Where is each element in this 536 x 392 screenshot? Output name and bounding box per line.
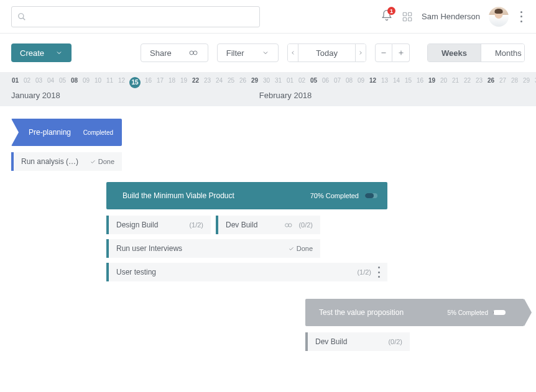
phase-preplanning[interactable]: Pre-planning Completed xyxy=(11,119,122,146)
task-done-badge: Done xyxy=(90,158,114,165)
phase-mvp[interactable]: Build the Minimum Viable Product 70% Com… xyxy=(106,182,387,209)
next-button[interactable] xyxy=(355,44,366,62)
task-title: Run analysis (…) xyxy=(21,157,78,166)
day-cell: 05 xyxy=(310,77,318,88)
task-count: (0/2) xyxy=(298,221,313,229)
day-cell: 27 xyxy=(499,77,507,88)
phase-progress-bar xyxy=(365,193,377,198)
task-dev-build-2[interactable]: Dev Build (0/2) xyxy=(305,332,410,351)
day-cell: 22 xyxy=(463,77,471,88)
day-cell: 18 xyxy=(168,77,176,88)
svg-rect-4 xyxy=(403,17,406,21)
svg-rect-5 xyxy=(409,17,412,21)
chevron-down-icon xyxy=(262,49,269,57)
month-label-1: January 2018 xyxy=(11,91,60,100)
day-cell: 09 xyxy=(357,77,365,88)
day-cell: 31 xyxy=(274,77,282,88)
phase-title: Test the value proposition xyxy=(319,308,404,317)
header-more-button[interactable] xyxy=(517,11,525,22)
zoom-out-button[interactable] xyxy=(375,43,392,62)
today-button[interactable]: Today xyxy=(298,44,355,62)
phase-value-proposition[interactable]: Test the value proposition 5% Completed xyxy=(305,299,524,326)
day-cell: 16 xyxy=(144,77,152,88)
phase-status: Completed xyxy=(83,129,113,136)
day-cell: 26 xyxy=(239,77,247,88)
create-button[interactable]: Create xyxy=(11,43,72,62)
task-user-testing[interactable]: User testing (1/2) xyxy=(106,263,387,281)
phase-progress-label: 70% Completed xyxy=(310,192,359,199)
notifications-button[interactable]: 1 xyxy=(381,9,393,24)
gantt-area: Pre-planning Completed Run analysis (…) … xyxy=(0,106,536,392)
task-design-build[interactable]: Design Build (1/2) xyxy=(106,216,211,234)
day-cell: 30 xyxy=(262,77,270,88)
plus-icon xyxy=(397,49,405,57)
range-weeks[interactable]: Weeks xyxy=(428,44,481,62)
apps-icon[interactable] xyxy=(402,11,413,22)
share-label: Share xyxy=(150,48,172,58)
task-done-badge: Done xyxy=(289,245,313,252)
phase-progress-bar xyxy=(493,310,506,315)
day-cell: 01 xyxy=(286,77,294,88)
toolbar: Create Share Filter Today Weeks Months xyxy=(0,34,536,72)
task-dev-build-1[interactable]: Dev Build (0/2) xyxy=(216,216,320,234)
day-cell: 11 xyxy=(106,77,114,88)
link-icon xyxy=(284,222,293,228)
day-cell: 15 xyxy=(404,77,412,88)
day-cell: 10 xyxy=(94,77,102,88)
day-row: 0102030405080910111215161718192223242526… xyxy=(11,77,525,88)
notification-badge: 1 xyxy=(387,7,395,15)
day-cell: 23 xyxy=(475,77,483,88)
range-toggle: Weeks Months xyxy=(427,43,525,62)
svg-rect-2 xyxy=(403,12,406,16)
check-icon xyxy=(289,246,294,252)
task-title: Dev Build xyxy=(226,221,257,229)
day-cell: 08 xyxy=(345,77,353,88)
day-cell: 02 xyxy=(298,77,306,88)
day-cell: 29 xyxy=(251,77,259,88)
day-cell: 16 xyxy=(416,77,424,88)
task-title: User testing xyxy=(116,268,156,276)
prev-button[interactable] xyxy=(288,44,298,62)
day-cell: 28 xyxy=(511,77,519,88)
kebab-icon xyxy=(377,267,380,278)
avatar[interactable] xyxy=(489,7,509,27)
phase-progress-label: 5% Completed xyxy=(447,309,488,316)
task-user-interviews[interactable]: Run user Interviews Done xyxy=(106,239,320,258)
task-more-button[interactable] xyxy=(377,267,380,278)
task-title: Design Build xyxy=(116,221,158,229)
share-button[interactable]: Share xyxy=(141,43,208,62)
filter-label: Filter xyxy=(226,48,244,58)
range-months[interactable]: Months xyxy=(481,44,525,62)
day-cell: 09 xyxy=(82,77,90,88)
svg-line-1 xyxy=(23,17,25,20)
kebab-icon xyxy=(520,11,522,22)
day-cell: 14 xyxy=(392,77,400,88)
zoom-in-button[interactable] xyxy=(392,43,410,62)
day-cell: 02 xyxy=(23,77,31,88)
task-count: (1/2) xyxy=(189,221,203,229)
check-icon xyxy=(90,159,96,165)
timeline-header: 0102030405080910111215161718192223242526… xyxy=(0,72,536,106)
day-cell: 13 xyxy=(381,77,389,88)
day-cell: 26 xyxy=(487,77,495,88)
day-cell: 25 xyxy=(227,77,235,88)
day-cell: 07 xyxy=(333,77,341,88)
filter-button[interactable]: Filter xyxy=(217,43,279,62)
day-cell: 29 xyxy=(522,77,530,88)
task-title: Run user Interviews xyxy=(116,244,182,253)
svg-point-6 xyxy=(190,51,193,55)
task-count: (1/2) xyxy=(357,268,371,276)
task-run-analysis[interactable]: Run analysis (…) Done xyxy=(11,152,122,171)
day-cell: 17 xyxy=(156,77,164,88)
day-cell: 19 xyxy=(428,77,436,88)
task-title: Dev Build xyxy=(315,337,347,346)
day-cell: 19 xyxy=(180,77,188,88)
day-cell: 20 xyxy=(440,77,448,88)
day-cell: 04 xyxy=(47,77,55,88)
chevron-left-icon xyxy=(290,50,296,56)
day-cell: 03 xyxy=(35,77,43,88)
day-cell: 12 xyxy=(369,77,377,88)
day-cell: 12 xyxy=(118,77,126,88)
date-nav-group: Today xyxy=(287,43,366,62)
search-input[interactable] xyxy=(11,6,260,27)
